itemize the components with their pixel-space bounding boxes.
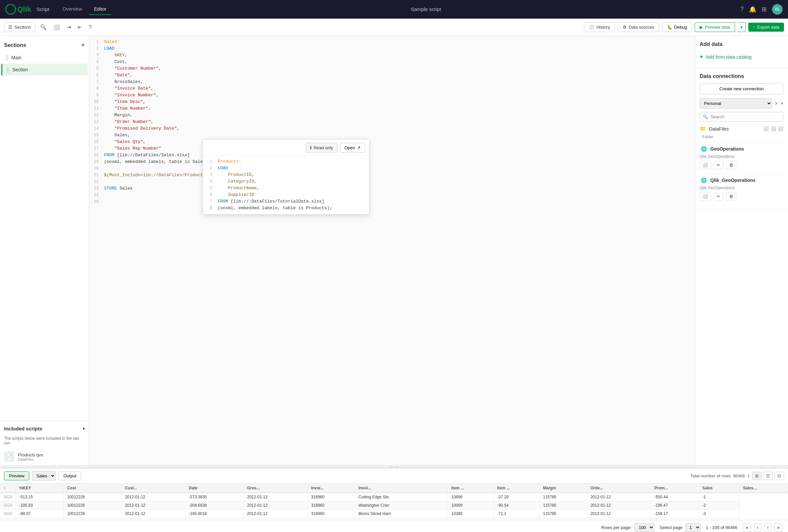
page-range: 1 - 100 of 96466 [706,525,738,530]
col-rownum: ↕ [0,484,16,493]
datasources-button[interactable]: ⚙ Data sources [618,22,659,32]
conn-edit-qlik-geo[interactable]: ✏ [714,192,723,201]
col-margin[interactable]: Margin [539,484,587,493]
divider-2 [700,173,783,173]
conn-delete-geo[interactable]: 🗑 [726,161,736,169]
code-line-12: 12 Margin, [89,112,695,119]
add-catalog-button[interactable]: + Add from data catalog [700,51,783,62]
search-input[interactable] [711,114,780,119]
select-page: Select page 1 [660,523,701,532]
conn-geo-header: 🌐 GeoOperations [700,145,783,153]
section-item-main[interactable]: ⣿ Main [1,52,88,64]
pagination: Rows per page: 100 Select page 1 1 - 100… [0,520,788,532]
connection-filter-select[interactable]: Personal [700,98,772,108]
create-connection-button[interactable]: Create new connection [700,83,783,94]
col-orde[interactable]: Orde... [587,484,651,493]
preview-button[interactable]: ▶ Preview data [695,22,735,32]
debug-button[interactable]: 🐛 Debug [662,22,692,32]
col-sales[interactable]: Sales [699,484,739,493]
divider-1 [700,142,783,142]
col-invoi1[interactable]: Invoi... [308,484,355,493]
conn-copy-geo[interactable]: ⬜ [700,161,711,169]
code-line-13: 13 "Order Number", [89,119,695,125]
search-icon[interactable]: 🔍 [38,22,49,32]
readonly-button[interactable]: ℹ Read only [306,143,338,152]
cell: 2012-01-12 [587,510,651,518]
popup-line-3: 3 ProductID, [203,171,369,178]
tab-overview[interactable]: Overview [57,4,87,15]
qlik-logo: Qlik [5,4,31,15]
resize-handle[interactable]: — — [0,465,788,468]
sales-table-select[interactable]: Sales [32,471,56,481]
next-page-button[interactable]: › [764,523,771,532]
included-header[interactable]: Included scripts ▾ [0,421,89,436]
open-button[interactable]: Open ↗ [340,143,365,152]
bell-icon[interactable]: 🔔 [749,6,756,13]
pagination-nav: « ‹ › » [743,523,783,532]
included-desc: The scripts below were included in the l… [0,436,89,448]
popup-line-5: 5 ProductName, [203,185,369,191]
cell: -1 [699,493,739,502]
search-icon: 🔍 [703,114,708,119]
preview-dropdown-button[interactable]: ▾ [738,22,746,32]
folder-action-3[interactable]: ⬜ [778,126,783,131]
tab-editor[interactable]: Editor [88,4,112,15]
open-icon: ↗ [357,145,361,150]
avatar[interactable]: TL [772,4,783,15]
popup-line-1: 1Products: [203,158,369,165]
col-key[interactable]: %KEY [16,484,64,493]
column-view-button[interactable]: ⊟ [774,472,784,480]
first-page-button[interactable]: « [743,523,751,532]
section-item-section[interactable]: ⣿ Section 🗑 [1,64,88,76]
preview-tab-button[interactable]: Preview [4,471,29,480]
grid-view-button[interactable]: ⊞ [752,472,762,480]
table-header: ↕ %KEY Cost Cust... Date Gros... Invoi..… [0,484,788,493]
sections-title: Sections [4,42,26,48]
indent-icon[interactable]: ⇥ [65,22,73,32]
conn-delete-qlik-geo[interactable]: 🗑 [726,192,736,201]
code-line-3: 3 %KEY, [89,52,695,59]
rows-per-page-select[interactable]: 100 [634,523,654,532]
sections-button[interactable]: ☰ Sections [4,22,35,32]
last-page-button[interactable]: » [774,523,783,532]
select-page-label: Select page [660,525,683,530]
conn-edit-geo[interactable]: ✏ [714,161,723,169]
conn-copy-qlik-geo[interactable]: ⬜ [700,192,711,201]
script-name: Products.qvs [18,452,43,457]
col-cost[interactable]: Cost [64,484,121,493]
col-date[interactable]: Date [185,484,244,493]
connections-title: Data connections [700,73,783,79]
help-toolbar-icon[interactable]: ? [87,22,94,32]
close-filter-icon[interactable]: ✕ [775,101,778,106]
code-editor[interactable]: 1Sales: 2LOAD 3 %KEY, 4 Cost, 5 "Custome… [89,36,695,465]
folder-action-1[interactable]: ⬜ [763,126,769,131]
col-item1[interactable]: Item ... [448,484,494,493]
output-tab-button[interactable]: Output [58,471,81,480]
conn-item-geo: 🌐 GeoOperations Qlik GeoOperations ⬜ ✏ 🗑 [700,145,783,169]
help-icon[interactable]: ? [740,6,744,13]
prev-page-button[interactable]: ‹ [754,523,761,532]
code-icon[interactable]: ⬜ [51,22,62,32]
col-salesrep[interactable]: Sales... [739,484,788,493]
col-gros[interactable]: Gros... [244,484,308,493]
right-panel: Add data + Add from data catalog Data co… [695,36,788,465]
add-section-button[interactable]: + [81,41,85,49]
col-cust[interactable]: Cust... [121,484,185,493]
list-view-button[interactable]: ☰ [763,472,773,480]
grid-icon[interactable]: ⊞ [762,6,767,13]
page-select[interactable]: 1 [685,523,701,532]
col-item2[interactable]: Item ... [494,484,539,493]
outdent-icon[interactable]: ⇤ [76,22,84,32]
included-collapse-icon[interactable]: ▾ [83,426,85,431]
chevron-down-icon[interactable]: ▾ [781,101,783,106]
cell: 10012226 [64,510,121,518]
col-prom[interactable]: Prom... [651,484,699,493]
cell: 318960 [308,502,355,510]
table-body: 3428 -513.15 10012226 2012-01-12 -573.38… [0,493,788,520]
export-button[interactable]: ↑ Export data [748,23,784,32]
cell: -71.1 [494,510,539,518]
folder-action-2[interactable]: ⬜ [771,126,776,131]
col-invoi2[interactable]: Invoi... [355,484,448,493]
history-button[interactable]: 🕐 History [584,22,615,32]
popup-line-6: 6 SupplierID [203,191,369,198]
